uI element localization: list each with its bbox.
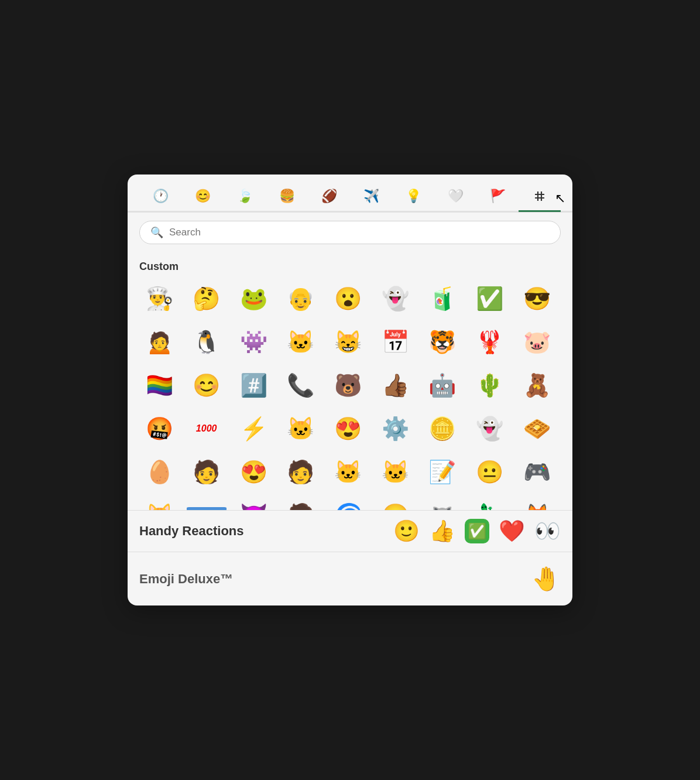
emoji-cell[interactable]: 📅 [375, 322, 415, 362]
emoji-cell[interactable]: 🪙 [423, 409, 462, 449]
emoji-cell[interactable]: 🤔 [187, 279, 227, 319]
emoji-cell[interactable]: 😍 [234, 452, 273, 492]
handy-emoji-heart[interactable]: ❤️ [499, 519, 525, 543]
emoji-cell[interactable]: 😐 [470, 452, 510, 492]
emoji-cell[interactable]: 🧇 [517, 409, 557, 449]
tab-recent[interactable]: 🕐 [139, 183, 181, 213]
tab-symbols[interactable]: 🤍 [434, 183, 476, 213]
emoji-cell[interactable]: 😊 [187, 365, 227, 405]
cool-badge: COOL [187, 507, 227, 511]
emoji-cell[interactable]: 🏳️‍🌈 [139, 365, 179, 405]
custom-emoji-grid: 👨‍🍳 🤔 🐸 👴 😮 👻 🧃 ✅ 😎 🙍 🐧 👾 🐱 😸 📅 🐯 🦞 🐷 🏳️… [139, 279, 561, 510]
emoji-cell[interactable]: 🐷 [517, 322, 557, 362]
emoji-deluxe-bar: Emoji Deluxe™ 🤚 [128, 552, 572, 605]
emoji-cell[interactable]: 🐻 [328, 365, 368, 405]
emoji-scroll-area[interactable]: Custom 👨‍🍳 🤔 🐸 👴 😮 👻 🧃 ✅ 😎 🙍 🐧 👾 🐱 😸 📅 🐯… [128, 252, 572, 510]
emoji-cell[interactable]: 🦊 [517, 495, 557, 510]
tab-activity[interactable]: 🏈 [308, 183, 350, 213]
emoji-cell[interactable]: 🙍 [139, 322, 179, 362]
tab-smileys[interactable]: 😊 [181, 183, 224, 213]
emoji-cell[interactable]: 🐱 [139, 495, 179, 510]
emoji-cell[interactable]: 😍 [328, 409, 368, 449]
tab-objects[interactable]: 💡 [392, 183, 434, 213]
emoji-cell[interactable]: 👻 [470, 409, 510, 449]
emoji-cell[interactable]: 📞 [281, 365, 321, 405]
emoji-cell[interactable]: ✅ [470, 279, 510, 319]
handy-emoji-thumbsup[interactable]: 👍 [429, 519, 455, 543]
emoji-cell[interactable]: 😶 [375, 495, 415, 510]
tab-travel[interactable]: ✈️ [350, 183, 392, 213]
emoji-cell[interactable]: 📝 [423, 452, 462, 492]
emoji-cell[interactable]: ⚙️ [375, 409, 415, 449]
emoji-cell[interactable]: 👴 [281, 279, 321, 319]
emoji-cell[interactable]: 🎮 [517, 452, 557, 492]
emoji-cell[interactable]: 🧑 [281, 452, 321, 492]
emoji-cell[interactable]: ⚡ [234, 409, 273, 449]
emoji-deluxe-hand[interactable]: 🤚 [531, 565, 561, 593]
emoji-cell[interactable]: #️⃣ [234, 365, 273, 405]
emoji-cell[interactable]: 😈 [234, 495, 273, 510]
handy-emoji-eyes[interactable]: 👀 [534, 519, 561, 543]
emoji-cell[interactable]: 👍🏾 [375, 365, 415, 405]
handy-reactions-bar: Handy Reactions 🙂 👍 ✅ ❤️ 👀 [128, 510, 572, 552]
emoji-picker: 🕐 😊 🍃 🍔 🏈 ✈️ 💡 🤍 🚩 ↖ 🔍 Custom [128, 175, 572, 605]
emoji-cell[interactable]: 🦎 [470, 495, 510, 510]
tab-food[interactable]: 🍔 [266, 183, 308, 213]
emoji-deluxe-label: Emoji Deluxe™ [139, 572, 531, 587]
emoji-cell[interactable]: 😮 [328, 279, 368, 319]
emoji-cell[interactable]: 🐧 [187, 322, 227, 362]
tab-custom[interactable] [519, 183, 561, 212]
emoji-cell[interactable]: 🦝 [423, 495, 462, 510]
custom-section-title: Custom [139, 252, 561, 279]
emoji-cell[interactable]: 😎 [517, 279, 557, 319]
tab-nature[interactable]: 🍃 [224, 183, 266, 213]
emoji-cell[interactable]: 👻 [375, 279, 415, 319]
emoji-cell[interactable]: 🌀 [328, 495, 368, 510]
emoji-cell[interactable]: 🥚 [139, 452, 179, 492]
emoji-cell[interactable]: 🌵 [470, 365, 510, 405]
emoji-cell[interactable]: 👨‍🍳 [139, 279, 179, 319]
emoji-cell[interactable]: 🦞 [470, 322, 510, 362]
emoji-cell[interactable]: 🧸 [517, 365, 557, 405]
emoji-cell[interactable]: 🧑 [281, 495, 321, 510]
emoji-cell[interactable]: 🐱 [281, 322, 321, 362]
handy-reactions-label: Handy Reactions [139, 524, 384, 539]
emoji-cell[interactable]: 🧃 [423, 279, 462, 319]
handy-emoji-check[interactable]: ✅ [465, 519, 489, 543]
handy-emoji-smile[interactable]: 🙂 [393, 519, 420, 543]
search-icon: 🔍 [150, 226, 163, 239]
emoji-cell[interactable]: 🐯 [423, 322, 462, 362]
emoji-cell[interactable]: 🐸 [234, 279, 273, 319]
category-tabs: 🕐 😊 🍃 🍔 🏈 ✈️ 💡 🤍 🚩 ↖ [128, 175, 572, 213]
emoji-cell-cool[interactable]: COOL [187, 495, 227, 510]
emoji-cell[interactable]: 1000 [187, 409, 227, 449]
emoji-cell[interactable]: 🤬 [139, 409, 179, 449]
emoji-cell[interactable]: 🧑 [187, 452, 227, 492]
emoji-cell[interactable]: 🤖 [423, 365, 462, 405]
search-bar: 🔍 [139, 221, 561, 244]
emoji-cell[interactable]: 🐱 [281, 409, 321, 449]
tab-flags[interactable]: 🚩 [476, 183, 519, 213]
search-input[interactable] [169, 227, 550, 238]
emoji-cell[interactable]: 👾 [234, 322, 273, 362]
search-container: 🔍 [128, 213, 572, 252]
emoji-cell[interactable]: 🐱 [328, 452, 368, 492]
emoji-cell[interactable]: 😸 [328, 322, 368, 362]
emoji-cell[interactable]: 🐱 [375, 452, 415, 492]
